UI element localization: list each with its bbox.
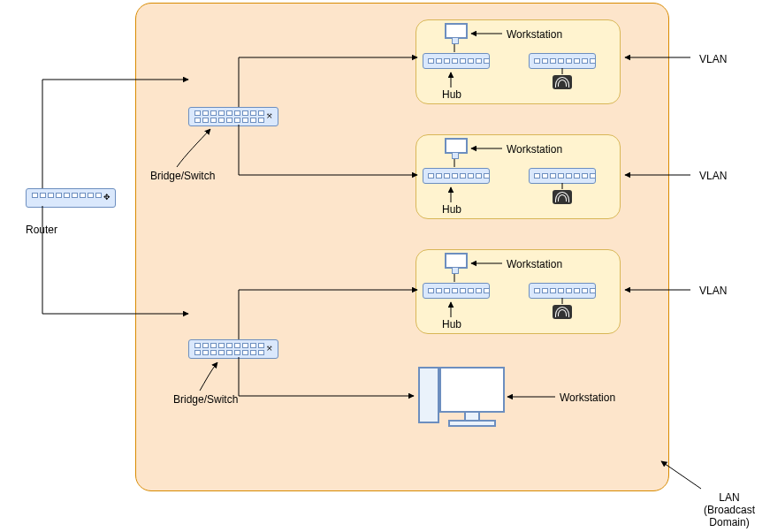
switch-icon-2: ⤧ bbox=[188, 339, 278, 359]
switch-icon-1: ⤧ bbox=[188, 107, 278, 126]
access-point-icon-1 bbox=[553, 75, 572, 89]
hub-label-1: Hub bbox=[442, 88, 461, 101]
access-point-icon-3 bbox=[553, 305, 572, 319]
hub-aux-2 bbox=[529, 168, 596, 184]
hub-icon-1 bbox=[423, 53, 490, 69]
workstation-base-1 bbox=[452, 37, 459, 44]
hub-icon-3 bbox=[423, 283, 490, 299]
workstation-label-4: Workstation bbox=[560, 391, 615, 404]
hub-aux-3 bbox=[529, 283, 596, 299]
pc-base-icon bbox=[448, 420, 496, 427]
pc-monitor-icon bbox=[439, 367, 505, 413]
pc-tower-icon bbox=[418, 367, 439, 423]
hub-icon-2 bbox=[423, 168, 490, 184]
workstation-label-1: Workstation bbox=[507, 28, 562, 41]
workstation-base-3 bbox=[452, 267, 459, 274]
lan-label: LAN (Broadcast Domain) bbox=[704, 491, 755, 528]
vlan-label-3: VLAN bbox=[699, 285, 727, 297]
workstation-label-2: Workstation bbox=[507, 143, 562, 156]
router-icon: ✥ bbox=[26, 188, 116, 208]
hub-label-3: Hub bbox=[442, 318, 461, 331]
hub-aux-1 bbox=[529, 53, 596, 69]
workstation-label-3: Workstation bbox=[507, 258, 562, 270]
bridge-switch-label-1: Bridge/Switch bbox=[150, 170, 215, 182]
bridge-switch-label-2: Bridge/Switch bbox=[173, 393, 238, 406]
diagram-canvas: ✥ Router ⤧ Bridge/Switch ⤧ Bridge/Switc bbox=[0, 0, 770, 532]
vlan-label-2: VLAN bbox=[699, 170, 727, 182]
access-point-icon-2 bbox=[553, 190, 572, 204]
workstation-base-2 bbox=[452, 152, 459, 159]
router-label: Router bbox=[26, 224, 57, 236]
vlan-label-1: VLAN bbox=[699, 53, 727, 65]
hub-label-2: Hub bbox=[442, 203, 461, 216]
